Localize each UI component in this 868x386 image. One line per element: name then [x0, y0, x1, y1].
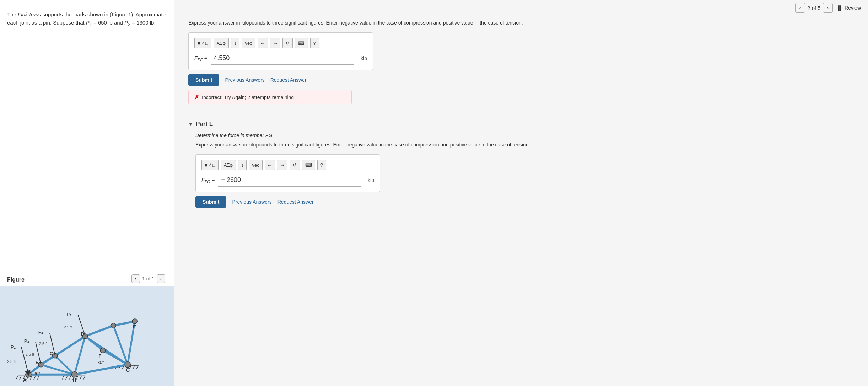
svg-text:P₂: P₂ [67, 312, 72, 317]
part-l-desc-text: Determine the force in member FG. [195, 133, 274, 138]
ef-instructions: Express your answer in kilopounds to thr… [188, 19, 526, 27]
ef-toolbar-sigma-btn[interactable]: ΑΣφ [214, 38, 229, 48]
svg-text:A: A [23, 377, 27, 383]
svg-point-47 [111, 323, 116, 328]
part-l-header[interactable]: ▼ Part L [188, 120, 854, 128]
part-l-label: Part L [196, 120, 213, 128]
fg-unit: kip [368, 177, 374, 183]
fg-toolbar-help-btn[interactable]: ? [317, 160, 326, 170]
fg-toolbar-undo-btn[interactable]: ↩ [265, 160, 275, 170]
ef-unit: kip [361, 55, 367, 61]
svg-point-48 [132, 319, 137, 324]
svg-text:2.5 ft: 2.5 ft [26, 352, 34, 356]
fg-toolbar-vec-btn[interactable]: vec [249, 160, 262, 170]
fg-toolbar-sort-btn[interactable]: ↕ [238, 160, 247, 170]
fg-request-answer-link[interactable]: Request Answer [277, 199, 314, 205]
svg-text:2.5 ft: 2.5 ft [7, 359, 16, 364]
ef-error-text: Incorrect; Try Again; 2 attempts remaini… [202, 95, 294, 100]
right-panel: ‹ 2 of 5 › ▐▌ Review Express your answer… [174, 0, 868, 386]
svg-text:C: C [50, 351, 53, 356]
figure-next-icon: › [160, 276, 162, 281]
svg-text:P₂: P₂ [38, 329, 43, 335]
ef-formula-label: FEF = [194, 55, 207, 62]
svg-text:H: H [73, 377, 76, 383]
ef-toolbar-keyboard-btn[interactable]: ⌨ [295, 38, 308, 48]
review-label: Review [845, 5, 861, 11]
ef-submit-row: Submit Previous Answers Request Answer [188, 74, 854, 86]
svg-text:2.5 ft: 2.5 ft [39, 342, 48, 346]
svg-text:2.5 ft: 2.5 ft [64, 325, 72, 329]
fg-toolbar-redo-btn[interactable]: ↪ [277, 160, 287, 170]
svg-text:E: E [133, 324, 136, 329]
fg-toolbar-refresh-btn[interactable]: ↺ [290, 160, 300, 170]
figure-prev-btn[interactable]: ‹ [131, 274, 140, 283]
ef-prev-answers-link[interactable]: Previous Answers [225, 77, 264, 83]
page-next-btn[interactable]: › [823, 3, 833, 13]
section-divider [188, 113, 854, 113]
fg-toolbar-keyboard-btn[interactable]: ⌨ [302, 160, 315, 170]
figure-label: Figure [7, 277, 25, 283]
fg-toolbar-sqrt-btn[interactable]: ■√□ [201, 160, 219, 170]
ef-submit-btn[interactable]: Submit [188, 74, 219, 86]
left-panel: The Fink truss supports the loads shown … [0, 0, 174, 386]
ef-error-message: ✗ Incorrect; Try Again; 2 attempts remai… [188, 90, 352, 104]
fg-answer-box: ■√□ ΑΣφ ↕ vec ↩ ↪ [195, 154, 380, 192]
page-next-icon: › [827, 5, 829, 11]
page-number: 2 of 5 [807, 5, 821, 11]
ef-input[interactable] [211, 52, 354, 65]
ef-toolbar-undo-btn[interactable]: ↩ [258, 38, 268, 48]
fg-formula-label: FFG = [201, 177, 215, 184]
error-x-icon: ✗ [194, 94, 199, 101]
fg-input-row: FFG = kip [201, 174, 374, 187]
svg-text:G: G [126, 367, 130, 373]
part-l-content: Determine the force in member FG. Expres… [195, 133, 854, 208]
part-l-instructions: Express your answer in kilopounds to thr… [195, 141, 533, 149]
problem-description: The Fink truss supports the loads shown … [0, 0, 174, 35]
svg-text:P₂: P₂ [24, 338, 29, 344]
figure-prev-icon: ‹ [135, 276, 136, 281]
ef-request-answer-link[interactable]: Request Answer [270, 77, 307, 83]
figure-link[interactable]: Figure 1 [112, 11, 131, 17]
figure-next-btn[interactable]: › [157, 274, 165, 283]
fg-submit-row: Submit Previous Answers Request Answer [195, 196, 854, 208]
fg-prev-answers-link[interactable]: Previous Answers [232, 199, 271, 205]
svg-text:F: F [98, 353, 101, 359]
fink-truss-italic: Fink truss [18, 11, 41, 17]
fg-toolbar-sigma-btn[interactable]: ΑΣφ [221, 160, 236, 170]
fg-input[interactable] [218, 174, 361, 187]
ef-input-row: FEF = kip [194, 52, 367, 65]
svg-point-46 [100, 348, 105, 353]
review-icon: ▐▌ [836, 5, 843, 11]
truss-figure: A H G B C D F E P₁ 2.5 ft P₂ 2.5 ft P₂ 2… [0, 286, 174, 386]
page-prev-icon: ‹ [799, 5, 801, 11]
ef-answer-box: ■√□ ΑΣφ ↕ vec ↩ ↪ ↺ [188, 32, 373, 70]
fg-submit-btn[interactable]: Submit [195, 196, 226, 208]
ef-toolbar-help-btn[interactable]: ? [310, 38, 319, 48]
svg-text:B: B [36, 360, 39, 365]
figure-nav-text: 1 of 1 [142, 276, 155, 282]
svg-point-41 [72, 372, 77, 377]
page-prev-btn[interactable]: ‹ [795, 3, 805, 13]
figure-nav: ‹ 1 of 1 › [131, 274, 165, 283]
ef-toolbar: ■√□ ΑΣφ ↕ vec ↩ ↪ ↺ [194, 38, 367, 48]
top-bar: ‹ 2 of 5 › ▐▌ Review [174, 0, 868, 16]
svg-text:30°: 30° [34, 371, 40, 376]
ef-toolbar-sqrt-btn[interactable]: ■√□ [194, 38, 211, 48]
content-area: Express your answer in kilopounds to thr… [174, 16, 868, 226]
review-button[interactable]: ▐▌ Review [836, 5, 861, 11]
page-nav: ‹ 2 of 5 › [795, 3, 833, 13]
fg-toolbar: ■√□ ΑΣφ ↕ vec ↩ ↪ [201, 160, 374, 170]
ef-toolbar-sort-btn[interactable]: ↕ [231, 38, 240, 48]
svg-text:P₁: P₁ [11, 344, 16, 350]
svg-point-42 [125, 362, 130, 368]
part-l-chevron: ▼ [188, 122, 193, 127]
truss-svg: A H G B C D F E P₁ 2.5 ft P₂ 2.5 ft P₂ 2… [0, 286, 174, 386]
ef-toolbar-vec-btn[interactable]: vec [242, 38, 255, 48]
svg-text:30°: 30° [97, 360, 104, 365]
part-l-description: Determine the force in member FG. [195, 133, 854, 138]
ef-toolbar-redo-btn[interactable]: ↪ [270, 38, 280, 48]
ef-toolbar-refresh-btn[interactable]: ↺ [282, 38, 293, 48]
